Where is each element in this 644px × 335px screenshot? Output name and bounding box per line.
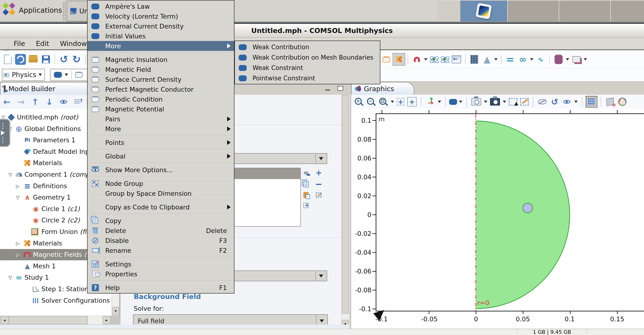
menu-file[interactable]: File	[14, 40, 25, 48]
menu-item-settings[interactable]: Settings	[88, 259, 234, 269]
geometry-circle-2[interactable]	[522, 203, 533, 213]
expand-open-icon[interactable]: ▽	[8, 272, 12, 283]
dropdown-caret-icon[interactable]	[494, 58, 498, 61]
menu-item-pairs[interactable]: Pairs	[88, 114, 234, 124]
menu-item-velocity-lorentz[interactable]: Velocity (Lorentz Term)	[88, 11, 234, 21]
save-icon[interactable]	[40, 53, 52, 66]
submenu-item-pointwise-constraint[interactable]: Pointwise Constraint	[235, 73, 380, 83]
menu-windows[interactable]: Windows	[60, 40, 90, 48]
scroll-left-icon[interactable]: ◂	[0, 316, 8, 324]
dropdown-caret-icon[interactable]	[584, 58, 587, 61]
centos-logo-icon[interactable]	[2, 2, 16, 16]
select-box-icon[interactable]	[509, 98, 517, 106]
dock-handle[interactable]	[0, 120, 10, 146]
zoom-in-icon[interactable]: +	[353, 96, 364, 107]
menu-item-show-more-options[interactable]: Show More Options...	[88, 165, 234, 175]
expand-open-icon[interactable]: ▽	[8, 169, 12, 180]
go-to-view-icon[interactable]	[425, 96, 436, 107]
menu-item-group-by-space-dimension[interactable]: Group by Space Dimension	[88, 188, 234, 198]
submenu-item-weak-constraint[interactable]: Weak Constraint	[235, 63, 380, 73]
menu-item-node-group[interactable]: Node Group	[88, 179, 234, 188]
menu-item-rename[interactable]: RenameF2	[88, 245, 234, 255]
menu-item-more-domains[interactable]: More	[88, 41, 234, 51]
menu-item-copy-as-code[interactable]: Copy as Code to Clipboard	[88, 202, 234, 212]
dropdown-caret-icon[interactable]	[438, 101, 441, 103]
submenu-item-weak-contribution[interactable]: Weak Contribution	[235, 42, 380, 52]
dropdown-caret-icon[interactable]	[484, 101, 487, 103]
dropdown-caret-icon[interactable]	[574, 101, 578, 103]
export-results-icon[interactable]	[570, 53, 583, 66]
menu-item-initial-values[interactable]: Initial Values	[88, 31, 234, 41]
menu-item-magnetic-insulation[interactable]: Magnetic Insulation	[88, 55, 234, 65]
zoom-out-icon[interactable]: −	[365, 96, 376, 107]
tree-scrollbar-horizontal[interactable]: ◂ ▸	[0, 316, 111, 325]
fit-window-icon[interactable]	[406, 96, 418, 107]
workspace-cell-3[interactable]	[559, 1, 610, 22]
deselect-box-icon[interactable]	[520, 98, 529, 106]
nav-forward-icon[interactable]: →	[18, 97, 24, 107]
dropdown-caret-icon[interactable]	[566, 58, 569, 61]
menu-item-points[interactable]: Points	[88, 138, 234, 147]
menu-item-more-boundaries[interactable]: More	[88, 124, 234, 134]
menu-item-global[interactable]: Global	[88, 151, 234, 161]
graphics-canvas[interactable]: m r=0 0.1 0.08 0.06 0.04 0.02 0 -0.02 -0…	[351, 109, 644, 329]
select-domains-icon[interactable]	[449, 99, 457, 105]
study-icon[interactable]: ∞	[516, 53, 529, 66]
expand-all-icon[interactable]	[74, 99, 80, 104]
print-icon[interactable]	[490, 98, 500, 106]
dropdown-caret-icon[interactable]	[530, 58, 533, 61]
zoom-extents-icon[interactable]	[396, 97, 405, 107]
add-physics-icon[interactable]	[410, 53, 423, 66]
menu-item-ampere-law[interactable]: Ampère's Law	[88, 2, 234, 11]
workspace-cell-4[interactable]	[611, 1, 644, 22]
menu-item-help[interactable]: HelpF1	[88, 283, 234, 293]
application-libraries-icon[interactable]	[15, 54, 26, 65]
workspace-cell-2[interactable]	[508, 1, 558, 22]
menu-edit[interactable]: Edit	[36, 40, 49, 48]
show-options-icon[interactable]	[60, 100, 67, 104]
view-visibility-icon[interactable]	[561, 96, 572, 107]
geometry-domain-circle-1[interactable]	[476, 121, 570, 309]
mesh-icon[interactable]: ▲	[481, 53, 493, 66]
zoom-to-selection-icon[interactable]	[301, 201, 311, 210]
add-study-icon[interactable]: ∿	[534, 53, 547, 66]
menu-item-delete[interactable]: DeleteDelete	[88, 226, 234, 236]
copy-selection-icon[interactable]	[301, 180, 311, 189]
add-material-icon[interactable]	[392, 53, 405, 66]
expand-closed-icon[interactable]: ▷	[16, 180, 20, 192]
scene-light-icon[interactable]	[604, 96, 616, 107]
menu-item-surface-current-density[interactable]: Surface Current Density	[88, 75, 234, 84]
paste-selection-icon[interactable]	[301, 190, 311, 200]
image-snapshot-icon[interactable]	[471, 98, 481, 106]
boundaries-icon[interactable]	[380, 53, 392, 66]
dropdown-caret-icon[interactable]	[503, 101, 506, 103]
menu-item-periodic-condition[interactable]: Periodic Condition	[88, 94, 234, 104]
reset-hiding-icon[interactable]: ↺	[549, 96, 560, 107]
undo-icon[interactable]: ↺	[58, 53, 70, 66]
open-file-icon[interactable]	[27, 53, 40, 66]
submenu-item-weak-contribution-mesh-boundaries[interactable]: Weak Contribution on Mesh Boundaries	[235, 52, 380, 63]
workspace-cell-active[interactable]	[460, 1, 507, 22]
hide-objects-icon[interactable]	[537, 96, 548, 107]
menu-item-disable[interactable]: DisableF3	[88, 236, 234, 245]
remove-selection-icon[interactable]	[314, 180, 324, 189]
settings-scrollbar[interactable]: ▾	[341, 95, 349, 329]
menu-item-magnetic-field[interactable]: Magnetic Field	[88, 65, 234, 75]
menu-item-copy[interactable]: Copy	[88, 216, 234, 226]
physics-scope-dropdown[interactable]: Physics	[2, 69, 45, 81]
show-grid-icon[interactable]	[586, 96, 598, 108]
move-down-icon[interactable]: ↓	[46, 97, 53, 107]
import-icon[interactable]	[450, 53, 463, 66]
expand-open-icon[interactable]: ▽	[16, 192, 20, 203]
panel-drag-handle[interactable]	[62, 2, 66, 20]
activate-selection-icon[interactable]	[301, 168, 311, 178]
redo-icon[interactable]: ↻	[70, 53, 83, 66]
results-icon[interactable]	[552, 53, 565, 66]
minimize-panel-icon[interactable]	[323, 84, 332, 92]
nav-back-icon[interactable]: ←	[3, 97, 10, 107]
color-palette-icon[interactable]	[617, 96, 628, 107]
compute-icon[interactable]: =	[504, 53, 516, 66]
move-up-icon[interactable]: ↑	[32, 97, 38, 107]
float-panel-icon[interactable]	[336, 84, 345, 92]
new-file-icon[interactable]	[2, 53, 14, 66]
